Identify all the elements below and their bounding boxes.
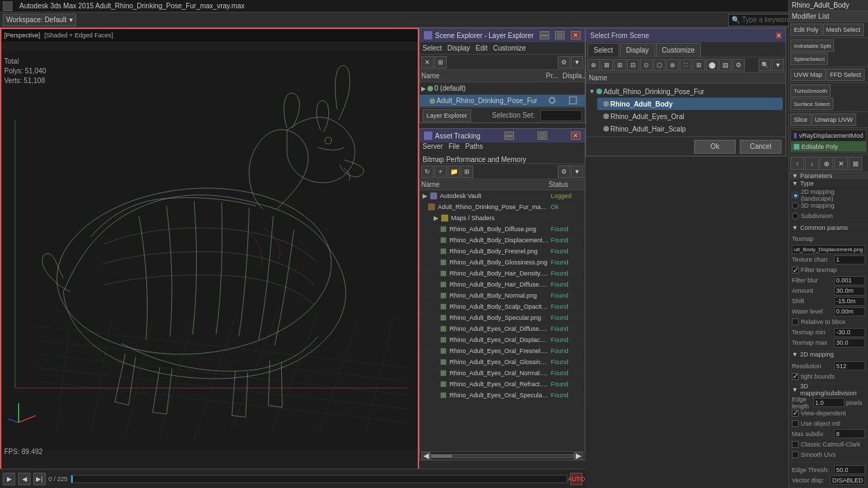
shift-value[interactable]: -15.0m [834, 297, 865, 306]
viewport-main[interactable]: [Perspective] [Shaded + Edged Faces] Tot… [0, 28, 419, 478]
sfs-tb-7[interactable]: ⊗ [666, 59, 679, 71]
sfs-tab-display[interactable]: Display [620, 43, 655, 57]
sfs-filter[interactable]: ▼ [772, 59, 784, 71]
scene-menu-customize[interactable]: Customize [493, 44, 526, 52]
edge-length-value[interactable]: 1.0 [813, 398, 844, 407]
scene-explorer-close[interactable]: ✕ [571, 31, 581, 39]
sfs-tree-row-3[interactable]: ▶ Rhino_Adult_Hair_Scalp [597, 123, 783, 135]
se-btn3[interactable]: ⚙ [558, 56, 570, 69]
sfs-tb-4[interactable]: ⊟ [627, 59, 639, 71]
scene-explorer-minimize[interactable]: — [540, 31, 549, 39]
at-btn-more[interactable]: ▼ [571, 165, 583, 178]
at-btn-folder[interactable]: 📁 [448, 165, 460, 178]
sfs-tb-9[interactable]: ⊞ [693, 59, 705, 71]
sfs-tb-6[interactable]: ⬡ [653, 59, 666, 71]
at-btn-refresh[interactable]: ↻ [421, 165, 434, 178]
tex-chain-value[interactable]: 1 [834, 255, 865, 264]
play-btn[interactable]: ▶ [3, 473, 15, 485]
sfs-tb-8[interactable]: ∷ [680, 59, 692, 71]
at-row-vault[interactable]: ▶ Autodesk Vault Logged [420, 190, 585, 201]
at-menu-paths[interactable]: Paths [466, 143, 484, 150]
next-btn[interactable]: ▶| [33, 473, 46, 485]
sfs-tb-2[interactable]: ⊠ [601, 59, 613, 71]
at-scroll-right[interactable]: ▶ [574, 452, 583, 460]
type-radio-3d[interactable] [792, 202, 799, 209]
sfs-tb-1[interactable]: ⊕ [587, 59, 600, 71]
sfs-expand-0[interactable]: ▼ [589, 88, 595, 95]
se-btn1[interactable]: ✕ [421, 56, 434, 69]
indrat-split-btn[interactable]: Indratable Split [790, 39, 834, 52]
water-level-value[interactable]: 0.00m [834, 307, 865, 316]
at-row-map-5[interactable]: Rhino_Adult_Body_Fresnel.png Found [420, 246, 585, 257]
at-row-map-11[interactable]: Rhino_Adult_Body_Specular.png Found [420, 312, 585, 323]
sfs-tb-5[interactable]: ⊙ [640, 59, 653, 71]
prev-btn[interactable]: ◀ [18, 473, 30, 485]
at-row-map-6[interactable]: Rhino_Adult_Body_Glossiness.png Found [420, 257, 585, 268]
sfs-tb-12[interactable]: ⚙ [732, 59, 745, 71]
texmap-min-value[interactable]: -30.0 [834, 328, 865, 337]
scene-menu-display[interactable]: Display [448, 44, 470, 52]
view-dep-chk[interactable]: ✓ [792, 410, 799, 417]
type-radio-sub[interactable] [792, 213, 799, 219]
anim-btn[interactable]: AUTO [570, 473, 583, 485]
folder-expand[interactable]: ▶ [434, 215, 439, 222]
tight-bounds-chk[interactable]: ✓ [792, 373, 799, 380]
surface-select-btn[interactable]: Surface Select [790, 98, 833, 110]
at-row-map-4[interactable]: Rhino_Adult_Body_Displacement.png Found [420, 235, 585, 246]
mod-icon-1[interactable]: ↑ [790, 156, 804, 170]
at-row-map-18[interactable]: Rhino_Adult_Eyes_Oral_Specular.png Found [420, 390, 585, 401]
common-params-title[interactable]: ▼ Common params [789, 224, 868, 232]
sfs-tree-row-2[interactable]: ▶ Rhino_Adult_Eyes_Oral [597, 110, 783, 123]
at-row-maxfile[interactable]: Adult_Rhino_Drinking_Pose_Fur_max_vray.m… [420, 201, 585, 213]
at-row-map-7[interactable]: Rhino_Adult_Body_Hair_Density.png Found [420, 268, 585, 279]
scene-explorer-restore[interactable]: □ [555, 31, 565, 39]
filter-blur-value[interactable]: 0.001 [834, 276, 865, 285]
edit-poly-btn[interactable]: Edit Poly [790, 24, 822, 36]
mod-icon-4[interactable]: ✕ [834, 156, 848, 170]
sfs-tree-row-1[interactable]: ▶ Rhino_Adult_Body [597, 98, 783, 110]
sfs-tb-10[interactable]: ⬤ [706, 59, 718, 71]
mesh-select-btn[interactable]: Mesh Select [823, 24, 865, 36]
filter-texmap-chk[interactable]: ✓ [792, 266, 799, 273]
sfs-tb-3[interactable]: ⊞ [614, 59, 626, 71]
type-section-title[interactable]: ▼ Type [789, 180, 868, 188]
selection-set-input[interactable] [540, 110, 582, 121]
at-menu-file[interactable]: File [448, 143, 459, 150]
at-row-map-17[interactable]: Rhino_Adult_Eyes_Oral_Refract.png Found [420, 379, 585, 390]
at-scroll-area[interactable]: ▶ Autodesk Vault Logged Adult_Rhino_Drin… [420, 190, 585, 451]
max-subdiv-value[interactable]: 8 [834, 429, 865, 438]
vault-expand[interactable]: ▶ [423, 192, 427, 199]
sfs-ok-btn[interactable]: Ok [694, 140, 736, 154]
spline-select-btn[interactable]: SplineSelect [790, 53, 828, 65]
at-minimize[interactable]: — [504, 132, 514, 140]
at-scrollbar-track[interactable] [431, 454, 574, 458]
at-row-map-3[interactable]: Rhino_Adult_Body_Diffuse.png Found [420, 224, 585, 235]
amount-value[interactable]: 30.0m [834, 287, 865, 296]
turbosmooth-btn[interactable]: TurboSmooth [790, 84, 831, 97]
sfs-close[interactable]: ✕ [776, 32, 781, 39]
se-row-1[interactable]: Adult_Rhino_Drinking_Pose_Fur [420, 95, 585, 107]
se-expand-0[interactable]: ▶ [421, 85, 426, 92]
timeline-slider[interactable] [71, 475, 567, 483]
se-row-0[interactable]: ▶ 0 (default) [420, 82, 585, 95]
ffd-select-btn[interactable]: FFD Select [826, 69, 865, 81]
mod-editable-poly[interactable]: Editable Poly [791, 141, 866, 152]
at-scrollbar-thumb[interactable] [432, 455, 452, 458]
at-row-map-13[interactable]: Rhino_Adult_Eyes_Oral_Displacement.png F… [420, 334, 585, 345]
at-row-map-9[interactable]: Rhino_Adult_Body_Normal.png Found [420, 290, 585, 301]
params-title[interactable]: ▼ Parameters [789, 172, 868, 180]
se-btn2[interactable]: ⊞ [434, 56, 447, 69]
uvw-map-btn[interactable]: UVW Map [790, 69, 826, 81]
scene-menu-edit[interactable]: Edit [476, 44, 488, 52]
at-menu-server[interactable]: Server [423, 143, 443, 150]
layer-settings-btn[interactable]: Layer Explorer [423, 109, 471, 122]
scene-menu-select[interactable]: Select [423, 44, 442, 52]
at-row-map-14[interactable]: Rhino_Adult_Eyes_Oral_Fresnel.png Found [420, 345, 585, 356]
at-btn-add[interactable]: + [434, 165, 447, 178]
at-btn-grid[interactable]: ⊞ [461, 165, 473, 178]
at-row-map-10[interactable]: Rhino_Adult_Body_Scalp_Opacity.png Found [420, 301, 585, 312]
mod-vray[interactable]: vRayDisplacementMod [791, 130, 866, 141]
mod-icon-5[interactable]: ⊠ [849, 156, 862, 170]
resolution-value[interactable]: 512 [834, 361, 865, 370]
texmap-max-value[interactable]: 30.0 [834, 338, 865, 347]
